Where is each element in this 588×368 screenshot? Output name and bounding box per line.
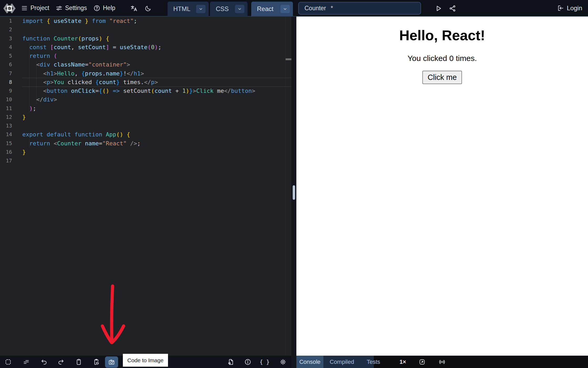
share-icon bbox=[449, 5, 456, 12]
chevron-down-icon[interactable] bbox=[196, 5, 206, 13]
tab-css[interactable]: CSS bbox=[210, 2, 248, 16]
tab-compiled-label: Compiled bbox=[330, 359, 354, 365]
preview-heading: Hello, React! bbox=[296, 27, 588, 43]
file-link-button[interactable] bbox=[227, 358, 235, 366]
login-icon bbox=[557, 5, 564, 12]
info-button[interactable] bbox=[244, 358, 251, 366]
share-button[interactable] bbox=[448, 4, 457, 13]
open-external-button[interactable] bbox=[418, 356, 426, 368]
top-nav: Project Settings Help HTML CSS React C bbox=[0, 0, 588, 17]
moon-icon[interactable] bbox=[143, 4, 153, 13]
line-number: 5 bbox=[0, 52, 12, 60]
copy-button[interactable] bbox=[93, 358, 100, 366]
code-text: } bbox=[22, 113, 26, 121]
broadcast-icon bbox=[438, 358, 446, 366]
sliders-icon bbox=[56, 5, 62, 12]
tab-tests[interactable]: Tests bbox=[360, 359, 386, 365]
code-text: <button onClick={() => setCount(count + … bbox=[22, 86, 255, 95]
scrollbar-marker[interactable] bbox=[286, 58, 291, 60]
selection-icon bbox=[5, 359, 12, 365]
playcode-logo[interactable] bbox=[3, 2, 16, 15]
code-editor[interactable]: 1import { useState } from "react";23func… bbox=[0, 17, 291, 356]
code-line-12[interactable]: 12} bbox=[0, 113, 291, 121]
code-line-11[interactable]: 11 ); bbox=[0, 104, 291, 113]
line-number: 12 bbox=[0, 113, 12, 121]
code-line-2[interactable]: 2 bbox=[0, 25, 291, 34]
indent-guide bbox=[36, 60, 36, 104]
code-line-3[interactable]: 3function Counter(props) { bbox=[0, 34, 291, 43]
menu-project[interactable]: Project bbox=[21, 0, 49, 16]
chevron-down-icon[interactable] bbox=[235, 5, 244, 13]
code-line-4[interactable]: 4 const [count, setCount] = useState(0); bbox=[0, 43, 291, 52]
line-number: 1 bbox=[0, 17, 12, 25]
menu-help-label: Help bbox=[103, 4, 115, 12]
code-to-image-button[interactable] bbox=[105, 356, 118, 368]
click-me-button[interactable]: Click me bbox=[422, 71, 462, 84]
tab-react[interactable]: React bbox=[251, 2, 293, 16]
code-line-13[interactable]: 13 bbox=[0, 121, 291, 130]
code-line-6[interactable]: 6 <div className="container"> bbox=[0, 60, 291, 69]
code-text: const [count, setCount] = useState(0); bbox=[22, 43, 161, 52]
tab-console[interactable]: Console bbox=[296, 356, 323, 368]
code-line-5[interactable]: 5 return ( bbox=[0, 52, 291, 60]
translate-icon[interactable] bbox=[129, 4, 139, 13]
zoom-level[interactable]: 1× bbox=[400, 356, 406, 368]
help-circle-icon bbox=[93, 5, 100, 12]
code-line-16[interactable]: 16} bbox=[0, 148, 291, 156]
braces-icon[interactable]: { } bbox=[261, 358, 268, 366]
chevron-down-icon[interactable] bbox=[280, 5, 290, 13]
divider-drag-handle[interactable] bbox=[293, 185, 295, 200]
editor-toolbar: Code to Image { } bbox=[0, 356, 291, 368]
pane-divider[interactable] bbox=[291, 17, 296, 368]
menu-settings-label: Settings bbox=[65, 4, 87, 12]
tab-css-label: CSS bbox=[210, 5, 229, 13]
login-button[interactable]: Login bbox=[557, 0, 582, 16]
code-line-17[interactable]: 17 bbox=[0, 156, 291, 165]
code-line-14[interactable]: 14export default function App() { bbox=[0, 130, 291, 139]
redo-button[interactable] bbox=[57, 358, 65, 366]
select-all-button[interactable] bbox=[4, 358, 12, 366]
code-line-7[interactable]: 7 <h1>Hello, {props.name}!</h1> bbox=[0, 69, 291, 78]
indent-guide bbox=[29, 139, 29, 148]
line-number: 7 bbox=[0, 69, 12, 78]
menu-project-label: Project bbox=[30, 4, 49, 12]
menu-help[interactable]: Help bbox=[93, 0, 115, 16]
tab-html[interactable]: HTML bbox=[167, 2, 209, 16]
project-title-input[interactable]: Counter * bbox=[298, 2, 421, 15]
tab-html-label: HTML bbox=[167, 5, 190, 13]
format-code-button[interactable] bbox=[23, 358, 30, 366]
camera-icon bbox=[108, 359, 115, 366]
code-line-9[interactable]: 9 <button onClick={() => setCount(count … bbox=[0, 86, 291, 95]
editor-settings-button[interactable] bbox=[279, 358, 287, 366]
line-number: 3 bbox=[0, 34, 12, 43]
format-icon bbox=[23, 359, 30, 365]
code-line-10[interactable]: 10 </div> bbox=[0, 95, 291, 104]
open-external-icon bbox=[419, 359, 426, 365]
file-link-icon bbox=[228, 359, 234, 365]
preview-toolbar: Console Compiled Tests 1× bbox=[296, 356, 588, 368]
line-number: 16 bbox=[0, 148, 12, 156]
code-text: } bbox=[22, 148, 26, 156]
tab-tests-label: Tests bbox=[367, 359, 380, 365]
code-text: import { useState } from "react"; bbox=[22, 17, 137, 25]
info-icon bbox=[244, 359, 251, 365]
code-lines: 1import { useState } from "react";23func… bbox=[0, 17, 291, 165]
undo-icon bbox=[40, 359, 47, 365]
redo-icon bbox=[58, 359, 65, 365]
project-title-text: Counter bbox=[304, 5, 326, 12]
gear-icon bbox=[280, 359, 286, 365]
live-reload-button[interactable] bbox=[438, 356, 446, 368]
hamburger-icon bbox=[21, 5, 28, 12]
line-number: 15 bbox=[0, 139, 12, 148]
undo-button[interactable] bbox=[40, 358, 48, 366]
preview-message: You clicked 0 times. bbox=[296, 54, 588, 63]
menu-settings[interactable]: Settings bbox=[56, 0, 87, 16]
paste-button[interactable] bbox=[75, 358, 82, 366]
code-line-1[interactable]: 1import { useState } from "react"; bbox=[0, 17, 291, 25]
tab-console-label: Console bbox=[299, 359, 321, 365]
code-text: return ( bbox=[22, 52, 57, 60]
code-line-15[interactable]: 15 return <Counter name="React" />; bbox=[0, 139, 291, 148]
run-button[interactable] bbox=[434, 4, 443, 13]
line-number: 13 bbox=[0, 121, 12, 130]
tab-compiled[interactable]: Compiled bbox=[323, 359, 360, 365]
